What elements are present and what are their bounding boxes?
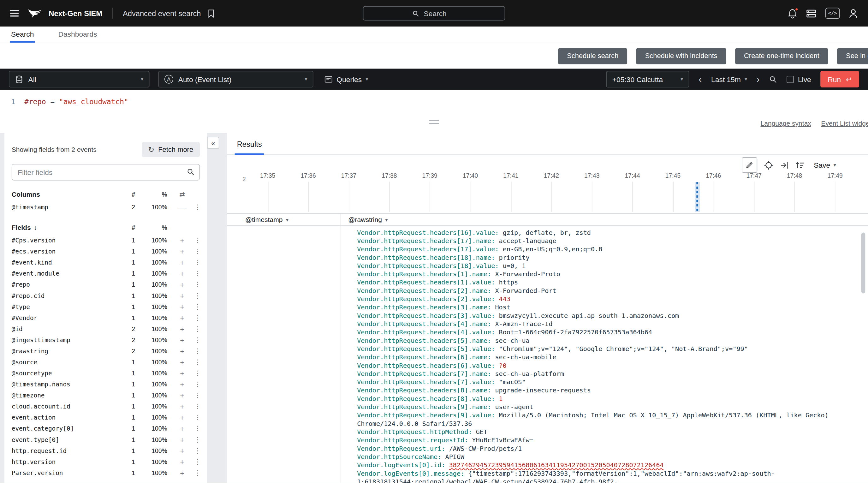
add-column-icon[interactable]: + xyxy=(173,369,192,377)
sync-columns-icon[interactable]: ⇄ xyxy=(173,190,192,198)
event-bar-selection[interactable] xyxy=(695,182,700,212)
event-list-widget-link[interactable]: Event List widget xyxy=(821,120,868,127)
query-editor[interactable]: 1 #repo = "aws_cloudwatch" xyxy=(0,90,868,113)
field-row[interactable]: #event.module 1 100% + ⋮ xyxy=(4,268,207,279)
kebab-menu-icon[interactable]: ⋮ xyxy=(192,347,204,355)
tab-search[interactable]: Search xyxy=(10,27,35,42)
add-column-icon[interactable]: + xyxy=(173,291,192,300)
filter-fields-input[interactable] xyxy=(12,164,200,181)
field-row[interactable]: @id 2 100% + ⋮ xyxy=(4,323,207,334)
add-column-icon[interactable]: + xyxy=(173,258,192,266)
collapse-sidebar-button[interactable]: « xyxy=(207,137,219,149)
add-column-icon[interactable]: + xyxy=(173,269,192,277)
fetch-more-button[interactable]: ↻ Fetch more xyxy=(142,142,200,157)
kebab-menu-icon[interactable]: ⋮ xyxy=(192,259,204,266)
add-column-icon[interactable]: + xyxy=(173,380,192,388)
field-row[interactable]: @rawstring 2 100% + ⋮ xyxy=(4,345,207,356)
view-selector[interactable]: A Auto (Event List) ▾ xyxy=(158,71,313,87)
action-button[interactable]: Schedule with incidents xyxy=(636,48,726,64)
kebab-menu-icon[interactable]: ⋮ xyxy=(192,292,204,300)
tab-results[interactable]: Results xyxy=(235,140,264,155)
add-column-icon[interactable]: + xyxy=(173,336,192,344)
field-row[interactable]: event.action 1 100% + ⋮ xyxy=(4,412,207,423)
repository-selector[interactable]: All ▾ xyxy=(9,71,149,87)
field-row[interactable]: http.request.id 1 100% + ⋮ xyxy=(4,445,207,456)
kebab-menu-icon[interactable]: ⋮ xyxy=(192,381,204,388)
column-header-timestamp[interactable]: @timestamp ▾ xyxy=(227,214,341,225)
field-row[interactable]: cloud.account.id 1 100% + ⋮ xyxy=(4,401,207,412)
add-column-icon[interactable]: + xyxy=(173,413,192,421)
field-row[interactable]: #type 1 100% + ⋮ xyxy=(4,301,207,312)
kebab-menu-icon[interactable]: ⋮ xyxy=(192,414,204,421)
field-row[interactable]: #repo 1 100% + ⋮ xyxy=(4,279,207,290)
add-column-icon[interactable]: + xyxy=(173,424,192,432)
kebab-menu-icon[interactable]: ⋮ xyxy=(192,237,204,244)
run-button[interactable]: Run ↵ xyxy=(820,71,859,87)
add-column-icon[interactable]: + xyxy=(173,302,192,311)
field-row[interactable]: #event.kind 1 100% + ⋮ xyxy=(4,257,207,268)
jump-to-latest-icon[interactable] xyxy=(780,161,789,169)
add-column-icon[interactable]: + xyxy=(173,236,192,244)
kebab-menu-icon[interactable]: ⋮ xyxy=(192,247,204,255)
kebab-menu-icon[interactable]: ⋮ xyxy=(192,281,204,289)
add-column-icon[interactable]: + xyxy=(173,314,192,322)
action-button[interactable]: Schedule search xyxy=(558,48,627,64)
field-row[interactable]: event.type[0] 1 100% + ⋮ xyxy=(4,434,207,445)
bookmark-icon[interactable] xyxy=(207,9,215,18)
field-row[interactable]: #Cps.version 1 100% + ⋮ xyxy=(4,235,207,246)
language-syntax-link[interactable]: Language syntax xyxy=(761,120,811,127)
add-column-icon[interactable]: + xyxy=(173,347,192,355)
time-range-selector[interactable]: Last 15m ▾ xyxy=(711,75,747,83)
column-header-rawstring[interactable]: @rawstring ▾ xyxy=(341,214,868,225)
add-column-icon[interactable]: + xyxy=(173,402,192,411)
field-row[interactable]: @timezone 1 100% + ⋮ xyxy=(4,390,207,401)
splitter-drag-handle[interactable] xyxy=(429,120,439,126)
kebab-menu-icon[interactable]: ⋮ xyxy=(192,436,204,444)
field-row[interactable]: @ingesttimestamp 2 100% + ⋮ xyxy=(4,334,207,345)
action-button[interactable]: See in graph xyxy=(837,48,868,64)
field-row[interactable]: Parser.version 1 100% + ⋮ xyxy=(4,467,207,478)
sort-descending-icon[interactable]: ↓ xyxy=(33,224,37,232)
field-row[interactable]: #Vendor 1 100% + ⋮ xyxy=(4,312,207,323)
host-management-icon[interactable] xyxy=(806,8,816,18)
field-row[interactable]: @source 1 100% + ⋮ xyxy=(4,356,207,367)
queries-menu[interactable]: Queries ▾ xyxy=(320,71,373,87)
kebab-menu-icon[interactable]: ⋮ xyxy=(192,325,204,333)
kebab-menu-icon[interactable]: ⋮ xyxy=(192,358,204,366)
field-row[interactable]: #repo.cid 1 100% + ⋮ xyxy=(4,290,207,301)
kebab-menu-icon[interactable]: ⋮ xyxy=(192,314,204,322)
add-column-icon[interactable]: + xyxy=(173,391,192,399)
time-shift-forward-icon[interactable]: › xyxy=(756,74,760,84)
kebab-menu-icon[interactable]: ⋮ xyxy=(192,402,204,411)
field-row[interactable]: event.category[0] 1 100% + ⋮ xyxy=(4,423,207,434)
user-profile-icon[interactable] xyxy=(849,8,858,18)
notifications-bell-icon[interactable] xyxy=(788,8,797,18)
kebab-menu-icon[interactable]: ⋮ xyxy=(192,391,204,399)
add-column-icon[interactable]: + xyxy=(173,458,192,466)
field-row[interactable]: @sourcetype 1 100% + ⋮ xyxy=(4,368,207,379)
sort-order-icon[interactable] xyxy=(796,161,805,169)
time-zoom-icon[interactable] xyxy=(769,75,777,83)
kebab-menu-icon[interactable]: ⋮ xyxy=(192,369,204,377)
kebab-menu-icon[interactable]: ⋮ xyxy=(192,303,204,311)
time-shift-back-icon[interactable]: ‹ xyxy=(699,74,702,84)
save-dropdown[interactable]: Save ▾ xyxy=(814,161,836,169)
annotate-pencil-icon[interactable] xyxy=(742,157,757,173)
kebab-menu-icon[interactable]: ⋮ xyxy=(192,270,204,277)
add-column-icon[interactable]: + xyxy=(173,469,192,477)
scrollbar-thumb[interactable] xyxy=(861,233,865,294)
remove-column-icon[interactable]: — xyxy=(173,203,192,211)
action-button[interactable]: Create one-time incident xyxy=(735,48,828,64)
kebab-menu-icon[interactable]: ⋮ xyxy=(192,447,204,455)
add-column-icon[interactable]: + xyxy=(173,247,192,255)
column-row[interactable]: @timestamp 2 100% — ⋮ xyxy=(4,202,207,212)
timezone-selector[interactable]: +05:30 Calcutta ▾ xyxy=(606,71,689,87)
field-row[interactable]: @timestamp.nanos 1 100% + ⋮ xyxy=(4,379,207,390)
live-checkbox[interactable] xyxy=(787,76,794,83)
kebab-menu-icon[interactable]: ⋮ xyxy=(192,425,204,432)
add-column-icon[interactable]: + xyxy=(173,325,192,333)
global-search-input[interactable] xyxy=(424,9,456,18)
hamburger-menu-icon[interactable] xyxy=(8,8,21,19)
add-column-icon[interactable]: + xyxy=(173,435,192,444)
add-column-icon[interactable]: + xyxy=(173,280,192,289)
